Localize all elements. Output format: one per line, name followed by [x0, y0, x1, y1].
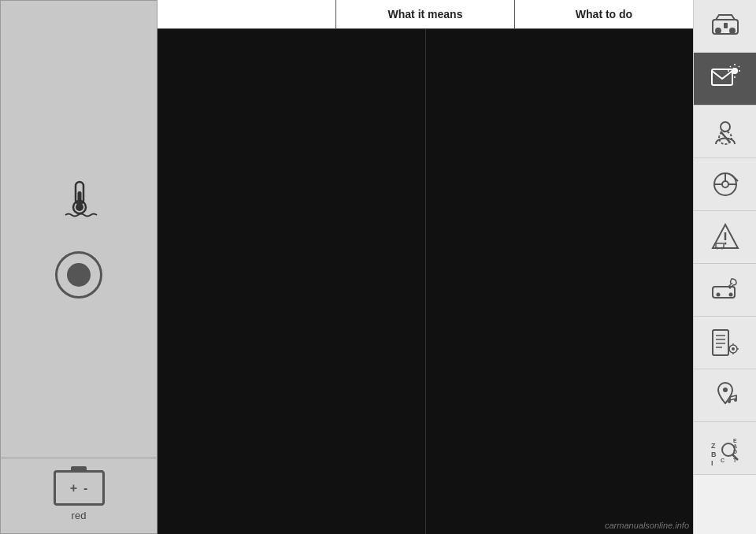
watermark: carmanualsonline.info	[605, 521, 689, 530]
svg-point-44	[723, 388, 728, 392]
svg-point-6	[730, 28, 735, 33]
svg-point-26	[724, 243, 727, 245]
svg-point-32	[729, 293, 733, 297]
svg-point-47	[728, 400, 731, 403]
nav-item-car-info[interactable]	[694, 0, 756, 53]
header-col3: What to do	[515, 0, 693, 28]
svg-point-20	[722, 181, 728, 187]
icon-panel: + - red	[0, 0, 158, 534]
neutral-icon	[55, 251, 102, 299]
battery-color-label: red	[72, 510, 87, 521]
coolant-temp-icon	[57, 176, 101, 228]
svg-line-14	[730, 66, 731, 67]
svg-point-3	[76, 203, 83, 211]
svg-rect-33	[713, 330, 728, 355]
svg-text:I: I	[711, 459, 713, 465]
header-row: What it means What to do	[158, 0, 693, 29]
nav-item-media[interactable]	[694, 369, 756, 422]
svg-text:E: E	[733, 438, 737, 443]
svg-rect-7	[724, 23, 728, 28]
svg-line-15	[739, 66, 739, 67]
header-col2: What it means	[336, 0, 515, 28]
nav-item-warning-lights[interactable]	[694, 53, 756, 106]
nav-item-settings[interactable]	[694, 317, 756, 369]
right-sidebar: Z B I E A D C T	[693, 0, 756, 534]
svg-point-29	[721, 247, 724, 250]
svg-point-31	[717, 293, 721, 297]
nav-item-index[interactable]: Z B I E A D C T	[694, 422, 756, 475]
svg-point-9	[732, 68, 738, 74]
svg-text:D: D	[733, 449, 737, 454]
header-col1	[158, 0, 336, 28]
nav-item-controls[interactable]	[694, 158, 756, 211]
nav-item-maintenance[interactable]	[694, 264, 756, 317]
svg-text:Z: Z	[711, 442, 716, 450]
battery-minus: -	[83, 481, 87, 495]
svg-point-48	[734, 399, 737, 402]
main-layout: + - red What it means What to do	[0, 0, 756, 534]
icon-panel-bottom: + - red	[1, 458, 157, 525]
svg-text:C: C	[721, 458, 724, 463]
what-it-means-col	[158, 29, 426, 534]
svg-point-28	[717, 247, 719, 250]
battery-plus: +	[70, 481, 77, 495]
svg-text:T: T	[733, 458, 737, 463]
content-body	[158, 29, 693, 534]
svg-point-5	[716, 28, 721, 33]
svg-rect-8	[712, 69, 732, 85]
nav-item-safety[interactable]	[694, 106, 756, 158]
battery-icon: + -	[54, 470, 105, 506]
battery-terminals: + -	[70, 481, 88, 495]
what-to-do-col	[426, 29, 694, 534]
content-area: What it means What to do	[158, 0, 693, 534]
svg-text:B: B	[711, 451, 717, 458]
nav-item-breakdown[interactable]	[694, 211, 756, 264]
svg-point-16	[721, 122, 730, 132]
icon-panel-top	[55, 17, 102, 458]
circle-inner	[67, 263, 91, 287]
svg-text:A: A	[733, 443, 737, 449]
svg-point-39	[732, 347, 735, 350]
